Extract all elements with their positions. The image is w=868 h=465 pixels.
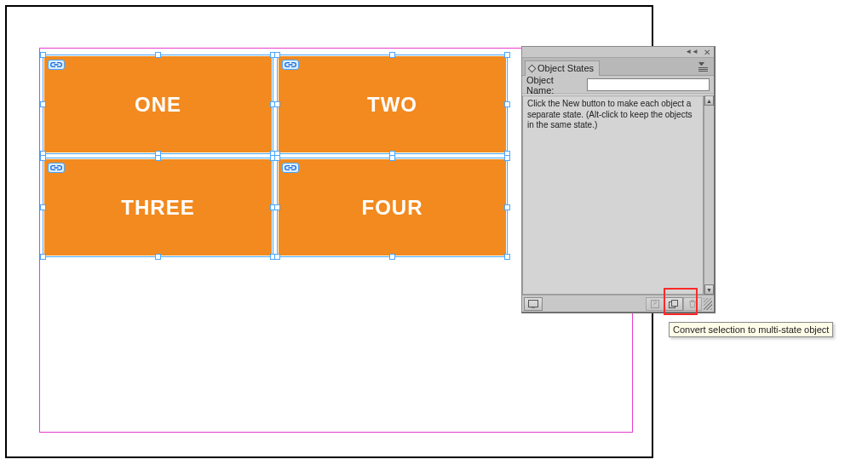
scroll-down-icon[interactable]: ▼ (704, 284, 714, 295)
panel-hint-text: Click the New button to make each object… (522, 95, 704, 295)
close-icon[interactable]: ✕ (704, 48, 710, 57)
tab-object-states[interactable]: Object States (525, 60, 600, 76)
panel-title: Object States (537, 63, 594, 73)
resize-grip-icon[interactable] (704, 298, 712, 310)
panel-menu-button[interactable] (696, 60, 710, 74)
object-states-panel: ◄◄ ✕ Object States Object Name: Click th… (521, 46, 716, 313)
paste-into-state-button[interactable] (646, 297, 664, 311)
text-frame-label: ONE (135, 93, 181, 117)
convert-to-multistate-button[interactable] (664, 297, 683, 311)
delete-state-button[interactable] (683, 297, 702, 311)
svg-rect-1 (532, 307, 535, 307)
preview-spread-button[interactable] (524, 297, 543, 311)
text-frame-one[interactable]: ONE (44, 56, 272, 152)
panel-tab-icon (528, 64, 537, 72)
object-name-input[interactable] (587, 78, 710, 91)
object-name-row: Object Name: (522, 76, 714, 95)
collapse-icon[interactable]: ◄◄ (685, 49, 698, 55)
object-name-label: Object Name: (526, 75, 583, 95)
thread-link-icon (282, 163, 299, 173)
panel-footer (522, 295, 714, 312)
thread-link-icon (282, 60, 299, 70)
scroll-up-icon[interactable]: ▲ (704, 95, 714, 106)
thread-link-icon (48, 163, 65, 173)
svg-rect-4 (672, 300, 678, 306)
panel-body: Click the New button to make each object… (522, 95, 714, 295)
tooltip: Convert selection to multi-state object (669, 322, 833, 337)
text-frame-label: THREE (121, 196, 194, 220)
tooltip-text: Convert selection to multi-state object (673, 324, 829, 335)
panel-tabbar: Object States (522, 58, 714, 76)
thread-link-icon (48, 60, 65, 70)
text-frame-three[interactable]: THREE (44, 159, 272, 255)
svg-rect-0 (529, 300, 538, 307)
panel-scrollbar[interactable]: ▲ ▼ (704, 95, 714, 295)
selected-objects-group[interactable]: ONE TWO (44, 56, 509, 260)
text-frame-four[interactable]: FOUR (279, 159, 506, 255)
panel-topbar: ◄◄ ✕ (522, 47, 714, 58)
text-frame-label: TWO (367, 93, 417, 117)
text-frame-label: FOUR (362, 196, 423, 220)
text-frame-two[interactable]: TWO (279, 56, 506, 152)
